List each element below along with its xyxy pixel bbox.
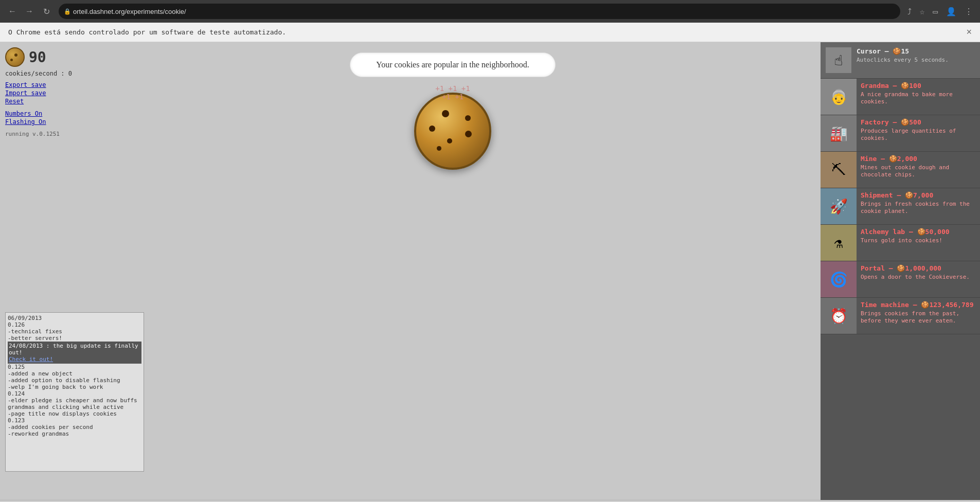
reload-button[interactable]: ↻ [39,4,54,19]
window-icon[interactable]: ▭ [931,5,940,19]
shop-items-container: 👵Grandma – 🍪100A nice grandma to bake mo… [821,79,980,334]
log-entry: -added option to disable flashing [8,377,141,384]
chip2 [429,126,435,132]
cookie-container: +1 +1 +1+1 +1 [414,93,491,170]
shop-item[interactable]: 👵Grandma – 🍪100A nice grandma to bake mo… [821,79,980,115]
address-bar[interactable] [59,4,900,19]
log-entry: -page title now displays cookies [8,410,141,417]
browser-chrome: ← → ↻ 🔒 ⤴ ☆ ▭ 👤 ⋮ O Chrome está sendo co… [0,0,980,42]
star-icon[interactable]: ☆ [918,5,927,19]
cookies-per-second: cookies/second : 0 [5,70,80,77]
nav-buttons: ← → ↻ [5,4,54,19]
version-text: running v.0.1251 [5,131,80,137]
shop-item[interactable]: ⛏Mine – 🍪2,000Mines out cookie dough and… [821,152,980,188]
shop-item-image: 🌀 [821,261,857,297]
log-entry: 0.123 [8,417,141,424]
cookie-number: 90 [29,49,46,66]
shop-item-description: Brings cookies from the past, before the… [861,310,976,325]
message-bubble: Your cookies are popular in the neighbor… [350,52,555,77]
shop-item[interactable]: ⚗️Alchemy lab – 🍪50,000Turns gold into c… [821,225,980,261]
shop-item-image: 🏭 [821,115,857,151]
log-entry: -better servers! [8,335,141,342]
shop-item-info: Mine – 🍪2,000Mines out cookie dough and … [857,152,980,188]
shop-item[interactable]: ⏰Time machine – 🍪123,456,789Brings cooki… [821,298,980,334]
shop-item-description: Brings in fresh cookies from the cookie … [861,201,976,216]
main-area: Your cookies are popular in the neighbor… [85,42,821,500]
cookie-count-display: 90 [5,47,80,67]
save-links: Export save Import save Reset [5,81,80,105]
shop-item-image: 👵 [821,79,857,115]
shop-item-info: Alchemy lab – 🍪50,000Turns gold into coo… [857,225,980,261]
log-entry: 06/09/2013 [8,315,141,321]
import-save-link[interactable]: Import save [5,89,80,97]
click-counter: +1 +1 +1+1 +1 [435,84,470,101]
log-entry: -technical fixes [8,328,141,335]
game-container: 90 cookies/second : 0 Export save Import… [0,42,980,500]
cookie-icon-small [5,47,25,67]
lock-icon: 🔒 [64,8,71,15]
log-entry: -elder pledge is cheaper and now buffs g… [8,397,141,410]
chip3 [447,138,452,144]
shop-item-info: Portal – 🍪1,000,000Opens a door to the C… [857,261,980,297]
shop-item-image: ⏰ [821,298,857,334]
shop-item-info: Grandma – 🍪100A nice grandma to bake mor… [857,79,980,115]
address-bar-container: 🔒 [59,4,900,19]
shop-item-info: Shipment – 🍪7,000Brings in fresh cookies… [857,188,980,224]
log-entry: 0.124 [8,390,141,397]
profile-icon[interactable]: 👤 [944,5,958,19]
log-entry: -added cookies per second [8,424,141,431]
shop-item-image: ⚗️ [821,225,857,261]
log-entry: -reworked grandmas [8,431,141,437]
shop-item-image: 🚀 [821,188,857,224]
cursor-panel[interactable]: ☝ Cursor – 🍪15 Autoclicks every 5 second… [821,42,980,79]
shop-item-title: Portal – 🍪1,000,000 [861,264,976,272]
cursor-image: ☝ [826,47,851,73]
big-cookie-button[interactable]: +1 +1 +1+1 +1 [414,93,491,170]
shop-item-description: Mines out cookie dough and chocolate chi… [861,164,976,179]
shop-item[interactable]: 🌀Portal – 🍪1,000,000Opens a door to the … [821,261,980,298]
shop-item-description: Turns gold into cookies! [861,237,976,244]
shop-panel: ☝ Cursor – 🍪15 Autoclicks every 5 second… [821,42,980,500]
log-entry: -welp I'm going back to work [8,384,141,390]
automation-bar: O Chrome está sendo controlado por um so… [0,23,980,42]
log-entry: 0.126 [8,321,141,328]
cursor-info: Cursor – 🍪15 Autoclicks every 5 seconds. [857,47,975,64]
chip5 [465,115,471,121]
chip4 [465,131,472,137]
shop-item-description: A nice grandma to bake more cookies. [861,91,976,106]
shop-item-description: Produces large quantities of cookies. [861,128,976,142]
shop-item[interactable]: 🚀Shipment – 🍪7,000Brings in fresh cookie… [821,188,980,225]
reset-link[interactable]: Reset [5,98,80,105]
shop-item-title: Shipment – 🍪7,000 [861,191,976,199]
shop-item-info: Factory – 🍪500Produces large quantities … [857,115,980,151]
chip6 [437,146,441,151]
browser-toolbar: ← → ↻ 🔒 ⤴ ☆ ▭ 👤 ⋮ [0,0,980,23]
toggle-links: Numbers On Flashing On [5,110,80,126]
forward-button[interactable]: → [22,4,37,19]
cursor-title: Cursor – 🍪15 [857,47,975,55]
browser-actions: ⤴ ☆ ▭ 👤 ⋮ [905,5,975,19]
automation-close-button[interactable]: × [966,27,972,38]
shop-item-info: Time machine – 🍪123,456,789Brings cookie… [857,298,980,334]
chip1 [442,110,449,117]
automation-text: O Chrome está sendo controlado por um so… [8,28,286,36]
footer: Cookie Clicker © Orteil , 2013 – hosted … [0,500,980,502]
back-button[interactable]: ← [5,4,20,19]
export-save-link[interactable]: Export save [5,81,80,88]
numbers-toggle[interactable]: Numbers On [5,110,80,117]
log-entry: -added a new object [8,370,141,377]
shop-item-title: Mine – 🍪2,000 [861,155,976,163]
shop-item-title: Alchemy lab – 🍪50,000 [861,228,976,236]
shop-item-image: ⛏ [821,152,857,188]
shop-item-title: Factory – 🍪500 [861,118,976,126]
shop-item-description: Opens a door to the Cookieverse. [861,274,976,281]
flashing-toggle[interactable]: Flashing On [5,118,80,126]
log-entry: 0.125 [8,364,141,370]
shop-item-title: Grandma – 🍪100 [861,82,976,89]
shop-item[interactable]: 🏭Factory – 🍪500Produces large quantities… [821,115,980,152]
cursor-description: Autoclicks every 5 seconds. [857,57,975,64]
share-icon[interactable]: ⤴ [905,5,914,19]
menu-icon[interactable]: ⋮ [963,5,975,19]
changelog-panel[interactable]: 06/09/20130.126-technical fixes-better s… [5,312,144,472]
shop-item-title: Time machine – 🍪123,456,789 [861,301,976,309]
